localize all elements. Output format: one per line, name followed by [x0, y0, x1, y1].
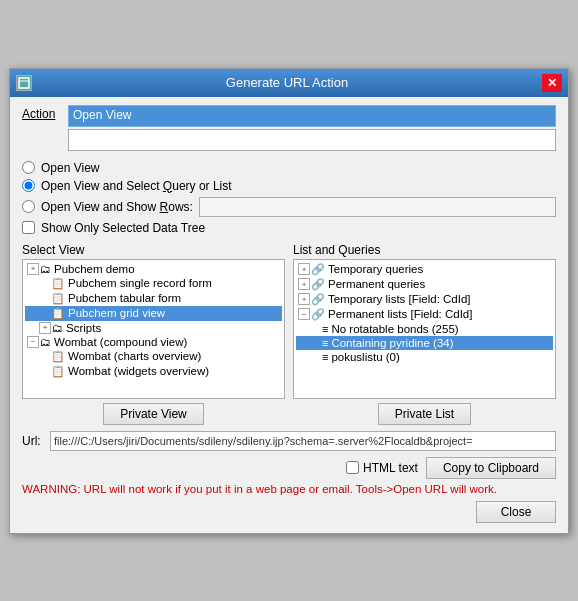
- expand-icon[interactable]: −: [298, 308, 310, 320]
- copy-to-clipboard-button[interactable]: Copy to Clipboard: [426, 457, 556, 479]
- svg-rect-0: [19, 78, 29, 88]
- list-item[interactable]: 📋 Pubchem tabular form: [25, 291, 282, 306]
- action-input-area: Open View: [68, 105, 556, 151]
- list-queries-label: List and Queries: [293, 243, 556, 257]
- tree-item-label: Wombat (compound view): [54, 336, 187, 348]
- form-icon: 📋: [51, 292, 65, 305]
- expand-icon[interactable]: +: [298, 278, 310, 290]
- list-item[interactable]: + 🗂 Scripts: [25, 321, 282, 335]
- query-icon: 🔗: [311, 278, 325, 291]
- private-view-button[interactable]: Private View: [103, 403, 203, 425]
- list-item[interactable]: + 🔗 Temporary lists [Field: CdId]: [296, 292, 553, 307]
- list-entry-icon: ≡: [322, 337, 328, 349]
- checkbox-row: Show Only Selected Data Tree: [22, 221, 556, 235]
- expand-icon[interactable]: +: [298, 293, 310, 305]
- form-icon: 📋: [51, 365, 65, 378]
- action-label: Action: [22, 105, 68, 121]
- radio-group: Open View Open View and Select Query or …: [22, 157, 556, 243]
- close-button[interactable]: Close: [476, 501, 556, 523]
- folder-icon: 🗂: [40, 263, 51, 275]
- form-icon: 📋: [51, 350, 65, 363]
- list-item[interactable]: ≡ Containing pyridine (34): [296, 336, 553, 350]
- list-item[interactable]: − 🗂 Wombat (compound view): [25, 335, 282, 349]
- tree-item-label: pokuslistu (0): [331, 351, 399, 363]
- expand-icon[interactable]: +: [298, 263, 310, 275]
- list-item[interactable]: 📋 Wombat (widgets overview): [25, 364, 282, 379]
- list-item[interactable]: ≡ No rotatable bonds (255): [296, 322, 553, 336]
- radio-row-2: Open View and Select Query or List: [22, 179, 556, 193]
- expand-icon[interactable]: −: [27, 336, 39, 348]
- dialog-icon: [16, 75, 32, 91]
- action-empty-text: [68, 129, 556, 151]
- tree-item-label: Scripts: [66, 322, 101, 334]
- private-list-button[interactable]: Private List: [378, 403, 471, 425]
- private-list-button-row: Private List: [293, 403, 556, 425]
- radio-open-view[interactable]: [22, 161, 35, 174]
- tree-item-label: Pubchem tabular form: [68, 292, 181, 304]
- list-item[interactable]: 📋 Wombat (charts overview): [25, 349, 282, 364]
- close-row: Close: [22, 501, 556, 523]
- expand-icon[interactable]: +: [27, 263, 39, 275]
- tree-item-label: Permanent lists [Field: CdId]: [328, 308, 472, 320]
- dialog-body: Action Open View Open View Open View and…: [10, 97, 568, 533]
- left-pane: Select View + 🗂 Pubchem demo 📋 Pubchem s…: [22, 243, 285, 425]
- query-icon: 🔗: [311, 263, 325, 276]
- expand-icon[interactable]: +: [39, 322, 51, 334]
- html-text-checkbox-area: HTML text: [346, 461, 418, 475]
- url-label: Url:: [22, 434, 50, 448]
- action-row: Action Open View: [22, 105, 556, 151]
- url-row: Url:: [22, 431, 556, 451]
- folder-icon: 🗂: [40, 336, 51, 348]
- warning-text: WARNING: URL will not work if you put it…: [22, 483, 556, 495]
- tree-item-label: Containing pyridine (34): [331, 337, 453, 349]
- form-icon: 📋: [51, 277, 65, 290]
- private-view-button-row: Private View: [22, 403, 285, 425]
- form-icon: 📋: [51, 307, 65, 320]
- tree-item-label: Temporary queries: [328, 263, 423, 275]
- radio-open-view-select[interactable]: [22, 179, 35, 192]
- radio-open-view-rows[interactable]: [22, 200, 35, 213]
- action-selected-text[interactable]: Open View: [68, 105, 556, 127]
- list-icon: 🔗: [311, 308, 325, 321]
- list-icon: 🔗: [311, 293, 325, 306]
- list-entry-icon: ≡: [322, 351, 328, 363]
- tree-item-label: Temporary lists [Field: CdId]: [328, 293, 471, 305]
- right-pane: List and Queries + 🔗 Temporary queries +…: [293, 243, 556, 425]
- title-bar: Generate URL Action ✕: [10, 69, 568, 97]
- dialog-title: Generate URL Action: [32, 75, 542, 90]
- html-text-checkbox[interactable]: [346, 461, 359, 474]
- tree-item-label: Permanent queries: [328, 278, 425, 290]
- tree-item-label: Pubchem single record form: [68, 277, 212, 289]
- radio-row-1: Open View: [22, 161, 556, 175]
- list-entry-icon: ≡: [322, 323, 328, 335]
- select-view-tree[interactable]: + 🗂 Pubchem demo 📋 Pubchem single record…: [22, 259, 285, 399]
- list-item[interactable]: + 🔗 Permanent queries: [296, 277, 553, 292]
- list-item[interactable]: ≡ pokuslistu (0): [296, 350, 553, 364]
- list-item[interactable]: − 🔗 Permanent lists [Field: CdId]: [296, 307, 553, 322]
- radio-row-3: Open View and Show Rows:: [22, 197, 556, 217]
- tree-item-label: Pubchem demo: [54, 263, 135, 275]
- list-item[interactable]: + 🗂 Pubchem demo: [25, 262, 282, 276]
- tree-item-label: Wombat (widgets overview): [68, 365, 209, 377]
- list-queries-tree[interactable]: + 🔗 Temporary queries + 🔗 Permanent quer…: [293, 259, 556, 399]
- two-pane: Select View + 🗂 Pubchem demo 📋 Pubchem s…: [22, 243, 556, 425]
- tree-item-label: No rotatable bonds (255): [331, 323, 458, 335]
- list-item[interactable]: 📋 Pubchem single record form: [25, 276, 282, 291]
- tree-item-label: Pubchem grid view: [68, 307, 165, 319]
- radio-open-view-label[interactable]: Open View: [41, 161, 99, 175]
- rows-input[interactable]: [199, 197, 556, 217]
- folder-icon: 🗂: [52, 322, 63, 334]
- radio-open-view-rows-label[interactable]: Open View and Show Rows:: [41, 200, 193, 214]
- list-item[interactable]: + 🔗 Temporary queries: [296, 262, 553, 277]
- show-selected-data-tree-checkbox[interactable]: [22, 221, 35, 234]
- list-item[interactable]: 📋 Pubchem grid view: [25, 306, 282, 321]
- url-input[interactable]: [50, 431, 556, 451]
- close-x-button[interactable]: ✕: [542, 74, 562, 92]
- bottom-buttons-row: HTML text Copy to Clipboard: [22, 457, 556, 479]
- generate-url-dialog: Generate URL Action ✕ Action Open View O…: [9, 68, 569, 534]
- show-selected-data-tree-label[interactable]: Show Only Selected Data Tree: [41, 221, 205, 235]
- radio-open-view-select-label[interactable]: Open View and Select Query or List: [41, 179, 232, 193]
- html-text-label[interactable]: HTML text: [363, 461, 418, 475]
- tree-item-label: Wombat (charts overview): [68, 350, 201, 362]
- select-view-label: Select View: [22, 243, 285, 257]
